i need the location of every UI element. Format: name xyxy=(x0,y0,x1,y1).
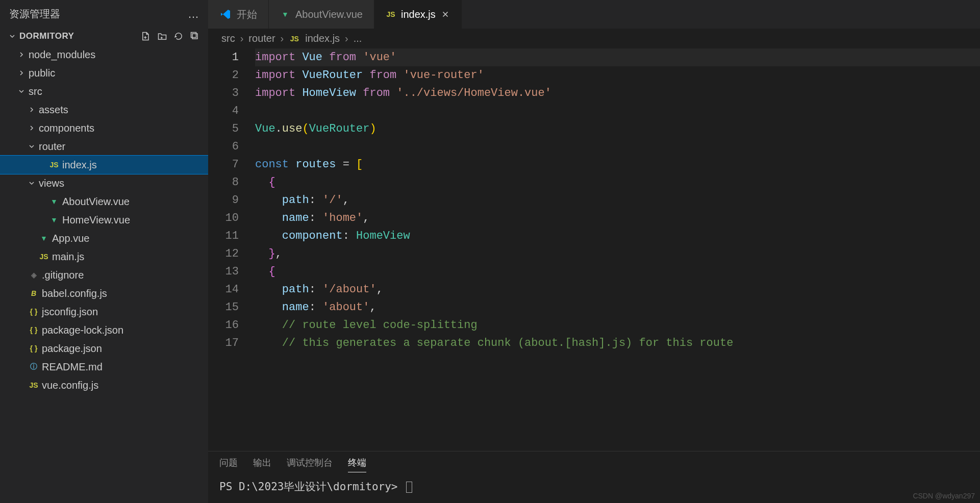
line-number: 17 xyxy=(208,334,239,352)
code-line[interactable]: { xyxy=(255,263,980,281)
code-line[interactable]: }, xyxy=(255,245,980,263)
js-file-icon: JS xyxy=(49,160,59,170)
code-line[interactable]: import HomeView from '../views/HomeView.… xyxy=(255,84,980,102)
svg-rect-1 xyxy=(191,33,196,38)
chevron-right-icon: › xyxy=(240,33,244,44)
js-file-icon: JS xyxy=(386,9,396,19)
code-editor[interactable]: 1234567891011121314151617 import Vue fro… xyxy=(208,48,980,451)
tree-file[interactable]: { }package.json xyxy=(0,339,208,358)
vue-file-icon: ▼ xyxy=(39,233,49,243)
tree-folder[interactable]: public xyxy=(0,64,208,82)
code-content[interactable]: import Vue from 'vue'import VueRouter fr… xyxy=(255,48,980,451)
tree-file[interactable]: { }package-lock.json xyxy=(0,321,208,339)
editor-tab[interactable]: JSindex.js xyxy=(374,0,462,29)
line-number: 15 xyxy=(208,298,239,316)
code-line[interactable]: // route level code-splitting xyxy=(255,316,980,334)
code-line[interactable]: path: '/', xyxy=(255,191,980,209)
panel-tab[interactable]: 输出 xyxy=(253,457,271,472)
editor-tab[interactable]: ▼AboutView.vue xyxy=(269,0,374,29)
json-file-icon: { } xyxy=(29,325,39,335)
code-line[interactable] xyxy=(255,102,980,120)
refresh-icon[interactable] xyxy=(173,31,184,41)
tree-file[interactable]: ▼App.vue xyxy=(0,229,208,247)
project-header[interactable]: DORMITORY xyxy=(0,28,208,44)
tree-file[interactable]: ◈.gitignore xyxy=(0,266,208,284)
js-file-icon: JS xyxy=(39,252,49,262)
tree-folder[interactable]: components xyxy=(0,119,208,137)
breadcrumb-tail[interactable]: ... xyxy=(354,33,362,44)
tree-item-label: .gitignore xyxy=(42,269,84,281)
close-icon[interactable] xyxy=(441,10,450,19)
breadcrumb-part[interactable]: src xyxy=(221,33,235,44)
tree-folder[interactable]: src xyxy=(0,82,208,100)
line-number: 1 xyxy=(208,48,239,66)
editor-tabs: 开始▼AboutView.vueJSindex.js xyxy=(208,0,980,29)
vue-file-icon: ▼ xyxy=(280,9,290,19)
code-line[interactable]: name: 'about', xyxy=(255,298,980,316)
sidebar-header: 资源管理器 … xyxy=(0,0,208,28)
tree-file[interactable]: JSindex.js xyxy=(0,156,208,174)
tree-item-label: vue.config.js xyxy=(42,380,98,391)
chevron-down-icon xyxy=(8,32,16,40)
git-file-icon: ◈ xyxy=(29,270,39,280)
code-line[interactable]: import VueRouter from 'vue-router' xyxy=(255,66,980,84)
collapse-all-icon[interactable] xyxy=(190,31,200,41)
line-number: 9 xyxy=(208,191,239,209)
tree-folder[interactable]: router xyxy=(0,137,208,156)
code-line[interactable]: import Vue from 'vue' xyxy=(255,48,980,66)
tab-label: 开始 xyxy=(237,8,257,21)
tree-item-label: babel.config.js xyxy=(42,288,107,299)
breadcrumb[interactable]: src › router › JS index.js › ... xyxy=(208,29,980,48)
chevron-right-icon xyxy=(28,124,36,132)
editor-tab[interactable]: 开始 xyxy=(208,0,269,29)
code-line[interactable]: // this generates a separate chunk (abou… xyxy=(255,334,980,352)
tree-item-label: package-lock.json xyxy=(42,324,123,336)
new-folder-icon[interactable] xyxy=(157,31,167,41)
code-line[interactable]: Vue.use(VueRouter) xyxy=(255,120,980,138)
tree-item-label: components xyxy=(39,122,94,134)
tree-file[interactable]: ▼AboutView.vue xyxy=(0,192,208,211)
tree-folder[interactable]: node_modules xyxy=(0,45,208,64)
explorer-sidebar: 资源管理器 … DORMITORY node_modulespublicsrca… xyxy=(0,0,208,503)
code-line[interactable]: path: '/about', xyxy=(255,281,980,298)
line-number: 13 xyxy=(208,263,239,281)
tree-folder[interactable]: views xyxy=(0,174,208,192)
line-number: 4 xyxy=(208,102,239,120)
watermark: CSDN @wdyan297 xyxy=(913,492,975,500)
tree-file[interactable]: ⓘREADME.md xyxy=(0,358,208,376)
code-line[interactable] xyxy=(255,138,980,156)
code-line[interactable]: { xyxy=(255,173,980,191)
tree-item-label: index.js xyxy=(62,159,97,171)
code-line[interactable]: component: HomeView xyxy=(255,227,980,245)
breadcrumb-part[interactable]: router xyxy=(248,33,275,44)
tree-item-label: jsconfig.json xyxy=(42,306,98,318)
tree-item-label: assets xyxy=(39,104,68,116)
line-number: 12 xyxy=(208,245,239,263)
tab-label: index.js xyxy=(401,9,436,20)
panel-tab[interactable]: 问题 xyxy=(219,457,238,472)
tree-file[interactable]: ▼HomeView.vue xyxy=(0,211,208,229)
code-line[interactable]: const routes = [ xyxy=(255,156,980,173)
tree-file[interactable]: Bbabel.config.js xyxy=(0,284,208,303)
new-file-icon[interactable] xyxy=(141,31,151,41)
panel-tab[interactable]: 终端 xyxy=(348,457,366,472)
tree-file[interactable]: { }jsconfig.json xyxy=(0,303,208,321)
line-number: 2 xyxy=(208,66,239,84)
tree-folder[interactable]: assets xyxy=(0,100,208,119)
code-line[interactable]: name: 'home', xyxy=(255,209,980,227)
tree-file[interactable]: JSmain.js xyxy=(0,247,208,266)
line-number: 7 xyxy=(208,156,239,173)
tree-item-label: HomeView.vue xyxy=(62,214,130,226)
more-actions-icon[interactable]: … xyxy=(188,8,199,21)
terminal-prompt: PS D:\2023毕业设计\dormitory> xyxy=(219,481,398,493)
chevron-right-icon xyxy=(28,106,36,114)
breadcrumb-file[interactable]: index.js xyxy=(305,33,340,44)
tree-item-label: main.js xyxy=(52,251,84,263)
line-number: 11 xyxy=(208,227,239,245)
panel-tab[interactable]: 调试控制台 xyxy=(287,457,333,472)
babel-file-icon: B xyxy=(29,288,39,298)
tab-label: AboutView.vue xyxy=(295,9,363,20)
terminal-cursor xyxy=(406,482,412,493)
tree-file[interactable]: JSvue.config.js xyxy=(0,376,208,394)
terminal[interactable]: PS D:\2023毕业设计\dormitory> xyxy=(208,472,980,503)
